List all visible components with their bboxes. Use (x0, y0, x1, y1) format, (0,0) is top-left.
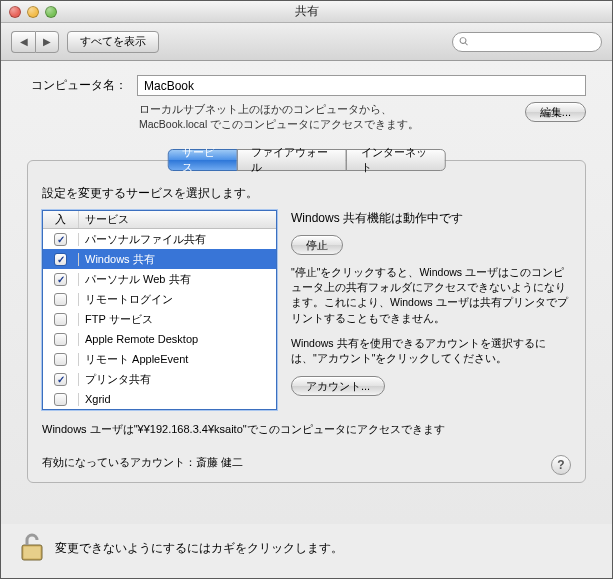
nav-group: ◀ ▶ (11, 31, 59, 53)
tabs: サービス ファイアウォール インターネット (167, 149, 446, 171)
window-title: 共有 (1, 3, 612, 20)
service-name: リモート AppleEvent (79, 352, 276, 367)
service-row[interactable]: FTP サービス (43, 309, 276, 329)
service-checkbox[interactable]: ✓ (54, 273, 67, 286)
service-row[interactable]: Apple Remote Desktop (43, 329, 276, 349)
toolbar: ◀ ▶ すべてを表示 (1, 23, 612, 61)
service-name: Apple Remote Desktop (79, 333, 276, 345)
service-desc-2: Windows 共有を使用できるアカウントを選択するには、"アカウント"をクリッ… (291, 336, 571, 366)
help-button[interactable]: ? (551, 455, 571, 475)
forward-button[interactable]: ▶ (35, 31, 59, 53)
tab-internet[interactable]: インターネット (346, 149, 446, 171)
traffic-lights (9, 6, 57, 18)
service-row[interactable]: Xgrid (43, 389, 276, 409)
service-checkbox[interactable]: ✓ (54, 253, 67, 266)
account-button[interactable]: アカウント... (291, 376, 385, 396)
show-all-button[interactable]: すべてを表示 (67, 31, 159, 53)
service-name: パーソナル Web 共有 (79, 272, 276, 287)
service-row[interactable]: ✓プリンタ共有 (43, 369, 276, 389)
sharing-prefs-window: 共有 ◀ ▶ すべてを表示 コンピュータ名： ローカルサブネット上のほかのコンピ… (0, 0, 613, 579)
access-path: Windows ユーザは"¥¥192.168.3.4¥ksaito"でこのコンピ… (42, 422, 571, 437)
service-checkbox[interactable]: ✓ (54, 373, 67, 386)
enabled-accounts: 有効になっているアカウント：斎藤 健二 (42, 456, 243, 468)
lock-text: 変更できないようにするにはカギをクリックします。 (55, 541, 343, 556)
computer-name-hint: ローカルサブネット上のほかのコンピュータから、MacBook.local でこの… (139, 102, 439, 132)
search-icon (459, 36, 469, 47)
computer-name-row: コンピュータ名： (27, 75, 586, 96)
service-name: FTP サービス (79, 312, 276, 327)
titlebar: 共有 (1, 1, 612, 23)
service-status: Windows 共有機能は動作中です (291, 210, 571, 227)
computer-name-field[interactable] (137, 75, 586, 96)
close-icon[interactable] (9, 6, 21, 18)
tab-firewall[interactable]: ファイアウォール (236, 149, 346, 171)
service-row[interactable]: リモートログイン (43, 289, 276, 309)
col-on-header[interactable]: 入 (43, 211, 79, 228)
service-checkbox[interactable] (54, 353, 67, 366)
search-input[interactable] (473, 35, 601, 49)
lock-icon[interactable] (19, 532, 45, 564)
service-name: Xgrid (79, 393, 276, 405)
service-row[interactable]: ✓パーソナルファイル共有 (43, 229, 276, 249)
stop-button[interactable]: 停止 (291, 235, 343, 255)
service-checkbox[interactable] (54, 293, 67, 306)
service-detail: Windows 共有機能は動作中です 停止 "停止"をクリックすると、Windo… (291, 210, 571, 410)
service-name: リモートログイン (79, 292, 276, 307)
edit-button[interactable]: 編集... (525, 102, 586, 122)
service-name: パーソナルファイル共有 (79, 232, 276, 247)
col-name-header[interactable]: サービス (79, 211, 276, 228)
services-prompt: 設定を変更するサービスを選択します。 (42, 185, 571, 202)
service-checkbox[interactable]: ✓ (54, 233, 67, 246)
service-name: プリンタ共有 (79, 372, 276, 387)
service-checkbox[interactable] (54, 313, 67, 326)
services-list[interactable]: 入 サービス ✓パーソナルファイル共有✓Windows 共有✓パーソナル Web… (42, 210, 277, 410)
svg-rect-0 (24, 547, 41, 559)
computer-name-label: コンピュータ名： (27, 77, 127, 94)
tab-services[interactable]: サービス (167, 149, 237, 171)
list-header: 入 サービス (43, 211, 276, 229)
service-desc-1: "停止"をクリックすると、Windows ユーザはこのコンピュータ上の共有フォル… (291, 265, 571, 326)
service-row[interactable]: リモート AppleEvent (43, 349, 276, 369)
service-name: Windows 共有 (79, 252, 276, 267)
services-groupbox: サービス ファイアウォール インターネット 設定を変更するサービスを選択します。… (27, 160, 586, 483)
service-checkbox[interactable] (54, 393, 67, 406)
lock-row: 変更できないようにするにはカギをクリックします。 (1, 524, 612, 578)
service-checkbox[interactable] (54, 333, 67, 346)
back-button[interactable]: ◀ (11, 31, 35, 53)
search-field[interactable] (452, 32, 602, 52)
zoom-icon[interactable] (45, 6, 57, 18)
minimize-icon[interactable] (27, 6, 39, 18)
service-row[interactable]: ✓パーソナル Web 共有 (43, 269, 276, 289)
content: コンピュータ名： ローカルサブネット上のほかのコンピュータから、MacBook.… (1, 61, 612, 524)
service-row[interactable]: ✓Windows 共有 (43, 249, 276, 269)
